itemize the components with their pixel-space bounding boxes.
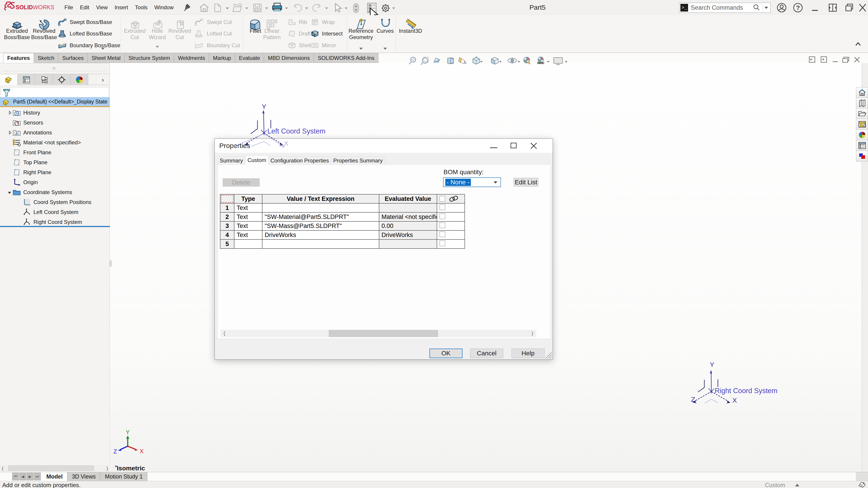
- svg-text:?: ?: [796, 4, 800, 11]
- svg-text:SOLIDWORKS: SOLIDWORKS: [16, 4, 54, 10]
- svg-text:A: A: [16, 131, 18, 135]
- svg-text:A: A: [463, 60, 467, 65]
